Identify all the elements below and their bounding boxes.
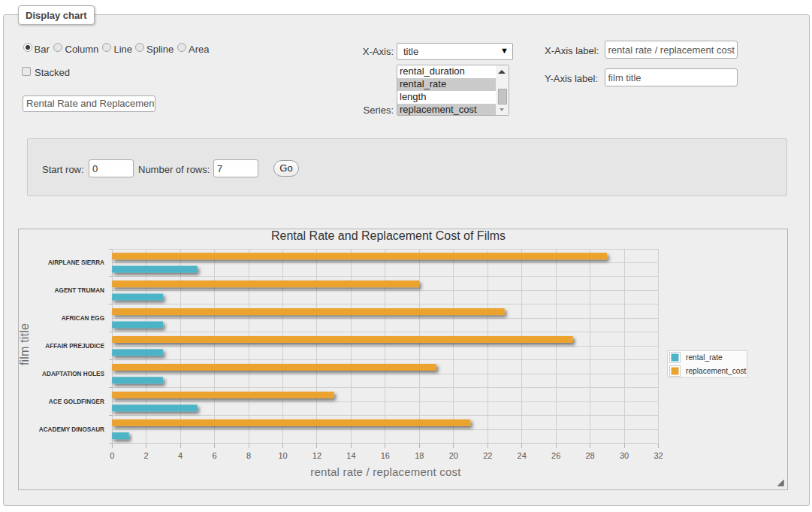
svg-text:12: 12 — [312, 451, 321, 460]
svg-text:32: 32 — [654, 451, 663, 460]
svg-text:AIRPLANE SIERRA: AIRPLANE SIERRA — [48, 259, 104, 266]
svg-text:ACE GOLDFINGER: ACE GOLDFINGER — [49, 398, 104, 405]
svg-text:film title: film title — [19, 323, 31, 365]
svg-text:16: 16 — [381, 451, 390, 460]
svg-text:14: 14 — [346, 451, 355, 460]
svg-text:2: 2 — [144, 451, 149, 460]
svg-text:18: 18 — [415, 451, 424, 460]
svg-text:rental rate / replacement cost: rental rate / replacement cost — [310, 465, 461, 478]
svg-text:ACADEMY DINOSAUR: ACADEMY DINOSAUR — [39, 426, 104, 433]
svg-text:22: 22 — [483, 451, 492, 460]
svg-text:26: 26 — [551, 451, 560, 460]
svg-text:10: 10 — [278, 451, 287, 460]
svg-text:AFRICAN EGG: AFRICAN EGG — [62, 315, 104, 322]
svg-text:rental_rate: rental_rate — [686, 353, 723, 362]
svg-text:28: 28 — [586, 451, 595, 460]
svg-text:Rental Rate and Replacement Co: Rental Rate and Replacement Cost of Film… — [271, 229, 506, 242]
svg-text:24: 24 — [518, 451, 527, 460]
svg-text:ADAPTATION HOLES: ADAPTATION HOLES — [42, 371, 104, 377]
svg-text:6: 6 — [213, 451, 217, 460]
svg-text:AGENT TRUMAN: AGENT TRUMAN — [55, 287, 104, 294]
svg-text:8: 8 — [246, 451, 251, 460]
svg-text:20: 20 — [449, 451, 458, 460]
svg-text:AFFAIR PREJUDICE: AFFAIR PREJUDICE — [45, 343, 104, 350]
svg-text:0: 0 — [110, 451, 114, 460]
svg-text:30: 30 — [620, 451, 629, 460]
svg-text:4: 4 — [178, 451, 183, 460]
svg-text:replacement_cost: replacement_cost — [686, 367, 747, 375]
